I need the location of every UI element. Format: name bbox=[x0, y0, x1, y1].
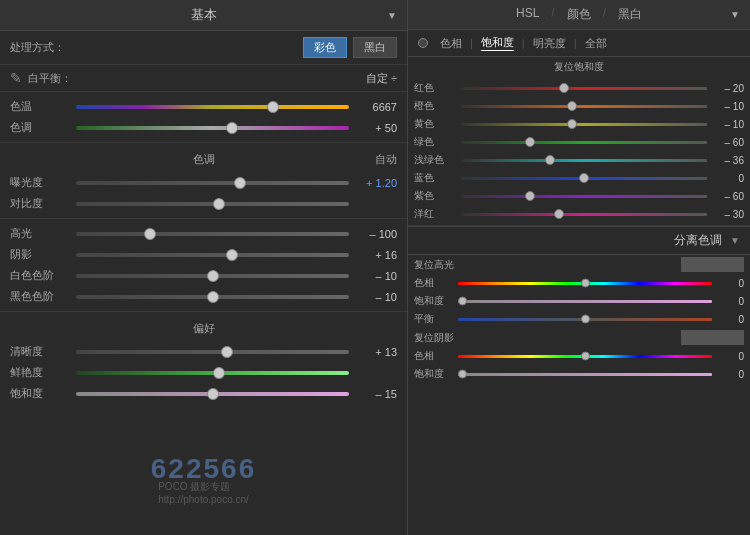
tint-value: + 50 bbox=[357, 122, 397, 134]
highlight-reset-btn[interactable] bbox=[681, 257, 744, 272]
white-thumb[interactable] bbox=[207, 270, 219, 282]
color-thumb-5[interactable] bbox=[579, 173, 589, 183]
wb-row: ✎ 白平衡： 自定 ÷ bbox=[0, 65, 407, 92]
shadow-group-header: 复位阴影 bbox=[408, 328, 750, 347]
balance-thumb[interactable] bbox=[581, 315, 590, 324]
color-track-1[interactable] bbox=[461, 105, 707, 108]
watermark: 622566 bbox=[151, 453, 256, 485]
color-thumb-6[interactable] bbox=[525, 191, 535, 201]
sep2: / bbox=[603, 6, 606, 23]
hsl-section-header: HSL / 颜色 / 黑白 ▼ bbox=[408, 0, 750, 30]
eyedropper-icon: ✎ bbox=[10, 70, 22, 86]
color-track-7[interactable] bbox=[461, 213, 707, 216]
color-track-3[interactable] bbox=[461, 141, 707, 144]
color-track-2[interactable] bbox=[461, 123, 707, 126]
color-value-1: – 10 bbox=[712, 101, 744, 112]
highlight-value: – 100 bbox=[357, 228, 397, 240]
color-track-5[interactable] bbox=[461, 177, 707, 180]
shadow-reset-label: 复位阴影 bbox=[414, 331, 454, 345]
tab-all[interactable]: 全部 bbox=[585, 36, 607, 51]
highlight-hue-row: 色相 0 bbox=[408, 274, 750, 292]
shadow-sat-label: 饱和度 bbox=[414, 367, 454, 381]
black-thumb[interactable] bbox=[207, 291, 219, 303]
color-thumb-3[interactable] bbox=[525, 137, 535, 147]
shadow-label: 阴影 bbox=[10, 247, 68, 262]
tab-brightness[interactable]: 明亮度 bbox=[533, 36, 566, 51]
highlight-reset-label: 复位高光 bbox=[414, 258, 454, 272]
balance-track[interactable] bbox=[458, 318, 712, 321]
split-toning-label: 分离色调 bbox=[674, 232, 722, 249]
tint-thumb[interactable] bbox=[226, 122, 238, 134]
vibrance-track[interactable] bbox=[76, 371, 349, 375]
clarity-track[interactable] bbox=[76, 350, 349, 354]
contrast-track[interactable] bbox=[76, 202, 349, 206]
highlight-sat-value: 0 bbox=[716, 296, 744, 307]
color-button[interactable]: 彩色 bbox=[303, 37, 347, 58]
highlight-thumb[interactable] bbox=[144, 228, 156, 240]
temp-row: 色温 6667 bbox=[0, 96, 407, 117]
color-value-0: – 20 bbox=[712, 83, 744, 94]
highlight-sat-track[interactable] bbox=[458, 300, 712, 303]
split-toning-header: 分离色调 ▼ bbox=[408, 227, 750, 255]
white-row: 白色色阶 – 10 bbox=[0, 265, 407, 286]
balance-label: 平衡 bbox=[414, 312, 454, 326]
shadow-sat-value: 0 bbox=[716, 369, 744, 380]
color-thumb-2[interactable] bbox=[567, 119, 577, 129]
exposure-track[interactable] bbox=[76, 181, 349, 185]
highlight-group-header: 复位高光 bbox=[408, 255, 750, 274]
highlight-hue-thumb[interactable] bbox=[581, 279, 590, 288]
color-track-4[interactable] bbox=[461, 159, 707, 162]
color-thumb-7[interactable] bbox=[554, 209, 564, 219]
exposure-row: 曝光度 + 1.20 bbox=[0, 172, 407, 193]
split-arrow[interactable]: ▼ bbox=[730, 235, 740, 246]
color-value-5: 0 bbox=[712, 173, 744, 184]
color-value-7: – 30 bbox=[712, 209, 744, 220]
color-track-0[interactable] bbox=[461, 87, 707, 90]
hsl-arrow[interactable]: ▼ bbox=[730, 9, 740, 20]
color-thumb-0[interactable] bbox=[559, 83, 569, 93]
shadow-hue-row: 色相 0 bbox=[408, 347, 750, 365]
tab-hue[interactable]: 色相 bbox=[440, 36, 462, 51]
color-thumb-1[interactable] bbox=[567, 101, 577, 111]
white-track[interactable] bbox=[76, 274, 349, 278]
saturation-track[interactable] bbox=[76, 392, 349, 396]
temp-track[interactable] bbox=[76, 105, 349, 109]
color-track-6[interactable] bbox=[461, 195, 707, 198]
saturation-label: 饱和度 bbox=[10, 386, 68, 401]
tab-sep2: | bbox=[522, 37, 525, 49]
pref-label: 偏好 bbox=[193, 321, 215, 336]
clarity-thumb[interactable] bbox=[221, 346, 233, 358]
color-thumb-4[interactable] bbox=[545, 155, 555, 165]
vibrance-thumb[interactable] bbox=[213, 367, 225, 379]
basic-arrow[interactable]: ▼ bbox=[387, 10, 397, 21]
tint-track[interactable] bbox=[76, 126, 349, 130]
shadow-hue-track[interactable] bbox=[458, 355, 712, 358]
balance-value: 0 bbox=[716, 314, 744, 325]
bw-button[interactable]: 黑白 bbox=[353, 37, 397, 58]
black-label: 黑色色阶 bbox=[10, 289, 68, 304]
main-container: 基本 ▼ 处理方式： 彩色 黑白 ✎ 白平衡： 自定 ÷ 色温 6667 bbox=[0, 0, 750, 535]
saturation-thumb[interactable] bbox=[207, 388, 219, 400]
shadow-sat-thumb[interactable] bbox=[458, 370, 467, 379]
shadow-sat-track[interactable] bbox=[458, 373, 712, 376]
reset-sat-label[interactable]: 复位饱和度 bbox=[408, 57, 750, 77]
contrast-thumb[interactable] bbox=[213, 198, 225, 210]
tab-saturation[interactable]: 饱和度 bbox=[481, 35, 514, 51]
shadow-reset-btn[interactable] bbox=[681, 330, 744, 345]
tone-sub-header: 色调 自动 bbox=[0, 147, 407, 172]
exposure-thumb[interactable] bbox=[234, 177, 246, 189]
basic-title: 基本 bbox=[191, 6, 217, 24]
color-label-4: 浅绿色 bbox=[414, 153, 456, 167]
shadow-thumb[interactable] bbox=[226, 249, 238, 261]
exposure-value: + 1.20 bbox=[357, 177, 397, 189]
highlight-hue-track[interactable] bbox=[458, 282, 712, 285]
shadow-track[interactable] bbox=[76, 253, 349, 257]
highlight-sat-thumb[interactable] bbox=[458, 297, 467, 306]
black-track[interactable] bbox=[76, 295, 349, 299]
color-row-6: 紫色– 60 bbox=[408, 187, 750, 205]
temp-thumb[interactable] bbox=[267, 101, 279, 113]
temp-value: 6667 bbox=[357, 101, 397, 113]
auto-button[interactable]: 自动 bbox=[375, 152, 397, 167]
shadow-hue-thumb[interactable] bbox=[581, 352, 590, 361]
highlight-track[interactable] bbox=[76, 232, 349, 236]
